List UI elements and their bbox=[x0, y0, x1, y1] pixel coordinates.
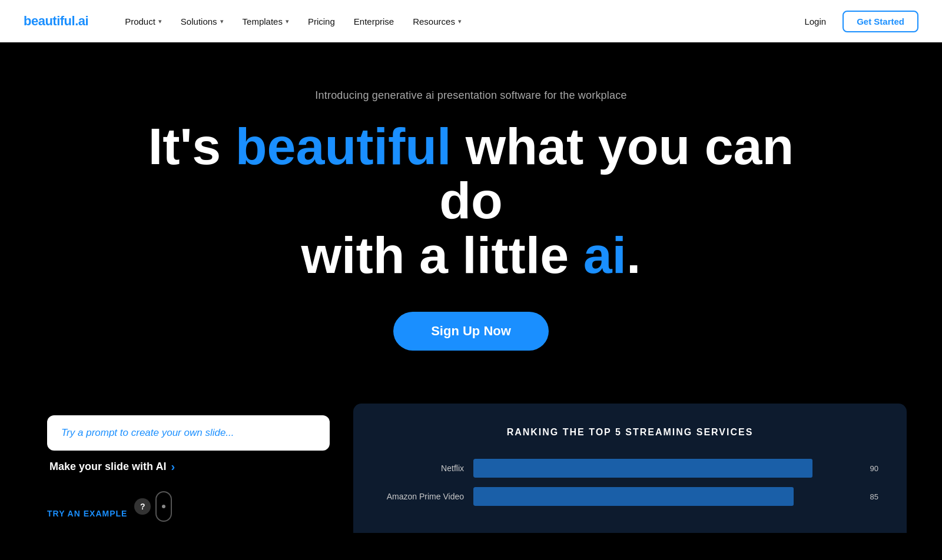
make-slide-button[interactable]: Make your slide with AI › bbox=[47, 460, 330, 474]
nav-product-label: Product bbox=[125, 16, 155, 26]
chevron-down-icon: ▾ bbox=[158, 18, 162, 25]
hero-title-part3: with a little bbox=[301, 226, 583, 284]
nav-pricing-label: Pricing bbox=[308, 16, 335, 26]
nav-item-product[interactable]: Product ▾ bbox=[117, 12, 170, 31]
nav-enterprise-label: Enterprise bbox=[354, 16, 394, 26]
chart-value-netflix: 90 bbox=[860, 464, 878, 473]
arrow-right-icon: › bbox=[171, 460, 175, 474]
hero-title-part2: what you can do bbox=[439, 117, 794, 229]
scroll-dot bbox=[162, 505, 165, 508]
chart-bar-amazon bbox=[473, 487, 794, 506]
chart-bar-track-netflix bbox=[473, 459, 850, 478]
logo-text: beautiful.ai bbox=[24, 14, 88, 28]
chevron-down-icon: ▾ bbox=[286, 18, 289, 25]
hero-title-beautiful: beautiful bbox=[236, 117, 452, 175]
help-icon[interactable]: ? bbox=[134, 498, 151, 515]
chart-row-netflix: Netflix 90 bbox=[382, 459, 878, 478]
nav-item-resources[interactable]: Resources ▾ bbox=[404, 12, 470, 31]
chart-panel: RANKING THE TOP 5 STREAMING SERVICES Net… bbox=[353, 404, 907, 533]
get-started-button[interactable]: Get Started bbox=[843, 11, 918, 32]
hero-title-part1: It's bbox=[148, 117, 236, 175]
navbar: beautiful.ai Product ▾ Solutions ▾ Templ… bbox=[0, 0, 942, 42]
prompt-input[interactable] bbox=[61, 427, 316, 439]
bottom-section: Make your slide with AI › TRY AN EXAMPLE… bbox=[0, 404, 942, 533]
hero-title: It's beautiful what you can do with a li… bbox=[147, 119, 795, 282]
try-example-link[interactable]: TRY AN EXAMPLE bbox=[47, 509, 127, 518]
logo[interactable]: beautiful.ai bbox=[24, 14, 88, 29]
nav-item-enterprise[interactable]: Enterprise bbox=[346, 12, 402, 31]
nav-item-pricing[interactable]: Pricing bbox=[300, 12, 343, 31]
login-button[interactable]: Login bbox=[795, 12, 835, 31]
chevron-down-icon: ▾ bbox=[458, 18, 462, 25]
hero-title-ai: ai bbox=[583, 226, 626, 284]
bottom-row: TRY AN EXAMPLE ? bbox=[47, 491, 330, 522]
hero-subtitle: Introducing generative ai presentation s… bbox=[315, 89, 626, 102]
chart-rows: Netflix 90 Amazon Prime Video 85 bbox=[382, 459, 878, 506]
logo-ai: ai bbox=[78, 14, 88, 28]
nav-templates-label: Templates bbox=[243, 16, 283, 26]
chart-title: RANKING THE TOP 5 STREAMING SERVICES bbox=[382, 427, 878, 438]
nav-item-templates[interactable]: Templates ▾ bbox=[234, 12, 297, 31]
chart-label-amazon: Amazon Prime Video bbox=[382, 492, 464, 501]
scroll-indicator[interactable] bbox=[155, 491, 172, 522]
chart-row-amazon: Amazon Prime Video 85 bbox=[382, 487, 878, 506]
make-slide-label: Make your slide with AI bbox=[49, 461, 166, 473]
nav-resources-label: Resources bbox=[413, 16, 455, 26]
nav-solutions-label: Solutions bbox=[181, 16, 217, 26]
chart-bar-netflix bbox=[473, 459, 812, 478]
sign-up-now-button[interactable]: Sign Up Now bbox=[393, 312, 549, 351]
chart-value-amazon: 85 bbox=[860, 492, 878, 501]
chart-label-netflix: Netflix bbox=[382, 464, 464, 473]
prompt-input-wrapper bbox=[47, 415, 330, 451]
nav-item-solutions[interactable]: Solutions ▾ bbox=[173, 12, 232, 31]
nav-actions: Login Get Started bbox=[795, 11, 918, 32]
ai-prompt-panel: Make your slide with AI › TRY AN EXAMPLE… bbox=[47, 404, 330, 522]
chevron-down-icon: ▾ bbox=[220, 18, 224, 25]
chart-bar-track-amazon bbox=[473, 487, 850, 506]
nav-links: Product ▾ Solutions ▾ Templates ▾ Pricin… bbox=[117, 12, 795, 31]
hero-section: Introducing generative ai presentation s… bbox=[0, 42, 942, 404]
hero-title-end: . bbox=[626, 226, 641, 284]
